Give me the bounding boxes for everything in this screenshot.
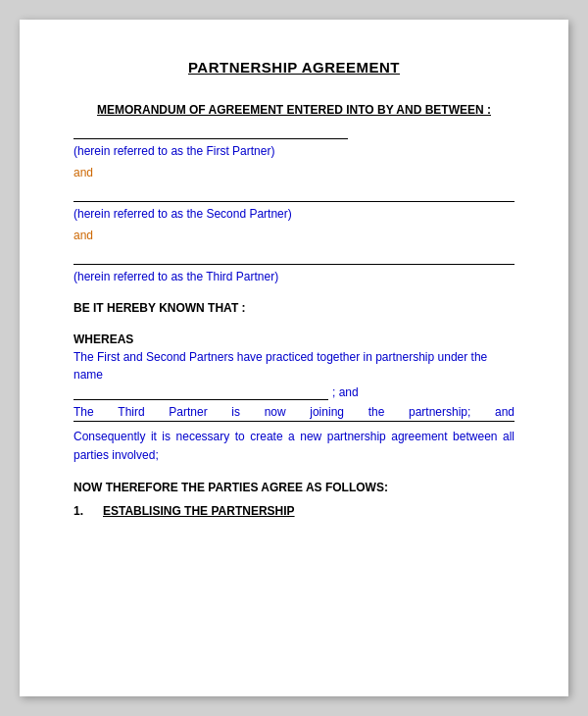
second-partner-line bbox=[74, 201, 514, 202]
and-2: and bbox=[74, 229, 514, 242]
sub-title: MEMORANDUM OF AGREEMENT ENTERED INTO BY … bbox=[74, 103, 514, 117]
section-1-title: ESTABLISING THE PARTNERSHIP bbox=[103, 504, 295, 518]
whereas-text: The First and Second Partners have pract… bbox=[74, 348, 514, 401]
main-title: PARTNERSHIP AGREEMENT bbox=[74, 59, 514, 76]
semicolon-and: ; and bbox=[332, 385, 359, 399]
third-partner-line bbox=[74, 264, 514, 265]
the-word-2: the bbox=[368, 405, 385, 419]
partnership-word: partnership; bbox=[409, 405, 470, 419]
section-1-num: 1. bbox=[74, 504, 103, 518]
document-page: PARTNERSHIP AGREEMENT MEMORANDUM OF AGRE… bbox=[20, 20, 568, 696]
third-partner-joining-row: The Third Partner is now joining the par… bbox=[74, 405, 514, 419]
now-therefore: NOW THEREFORE THE PARTIES AGREE AS FOLLO… bbox=[74, 481, 514, 494]
section-1: 1. ESTABLISING THE PARTNERSHIP bbox=[74, 504, 514, 518]
the-word: The bbox=[74, 405, 94, 419]
and-1: and bbox=[74, 166, 514, 179]
partner-word: Partner bbox=[169, 405, 207, 419]
first-partner-line bbox=[74, 138, 348, 139]
and-word: and bbox=[495, 405, 514, 419]
be-it-known: BE IT HEREBY KNOWN THAT : bbox=[74, 301, 514, 315]
whereas-heading: WHEREAS bbox=[74, 332, 514, 346]
third-partner-joining-line bbox=[74, 421, 514, 422]
third-partner-label: (herein referred to as the Third Partner… bbox=[74, 270, 514, 283]
is-word: is bbox=[231, 405, 240, 419]
consequently-text: Consequently it is necessary to create a… bbox=[74, 428, 514, 465]
second-partner-label: (herein referred to as the Second Partne… bbox=[74, 207, 514, 221]
now-word: now bbox=[265, 405, 286, 419]
first-partner-label: (herein referred to as the First Partner… bbox=[74, 144, 514, 158]
joining-word: joining bbox=[310, 405, 344, 419]
third-word: Third bbox=[118, 405, 144, 419]
partnership-name-line bbox=[74, 399, 328, 400]
